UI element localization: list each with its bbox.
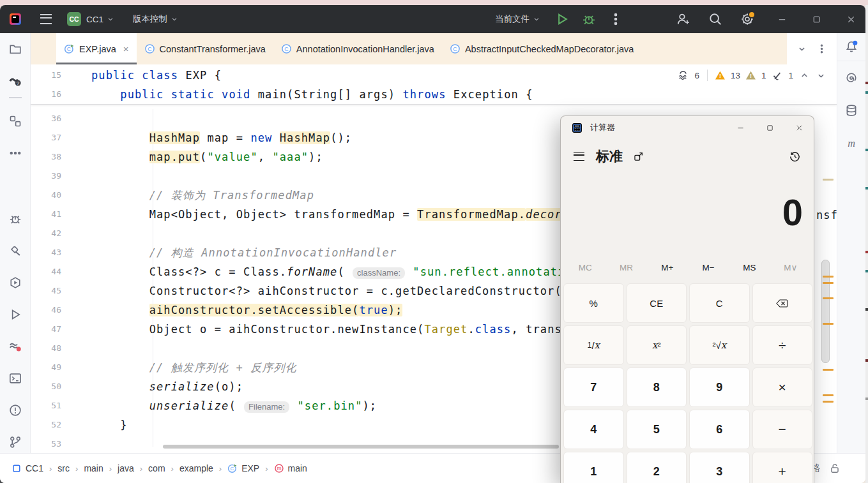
breadcrumb-separator: › bbox=[171, 464, 174, 473]
calc-key-5[interactable]: 5 bbox=[627, 410, 687, 449]
calc-key-1/x[interactable]: 1/x bbox=[563, 325, 624, 365]
menu-version-control[interactable]: 版本控制 bbox=[133, 13, 167, 25]
code-line[interactable]: 16 public static void main(String[] args… bbox=[31, 85, 837, 104]
sidebar-item-notifications[interactable] bbox=[8, 403, 23, 418]
chevron-down-icon[interactable] bbox=[170, 15, 179, 24]
svg-text:m: m bbox=[848, 138, 855, 149]
tab-EXP.java[interactable]: CEXP.java× bbox=[56, 33, 137, 64]
calc-key-%[interactable]: % bbox=[563, 283, 624, 323]
tab-options-kebab-icon[interactable] bbox=[816, 43, 827, 54]
sidebar-item-database[interactable] bbox=[844, 103, 859, 118]
window-maximize-button[interactable] bbox=[805, 10, 827, 29]
calc-key-1[interactable]: 1 bbox=[563, 452, 624, 483]
breadcrumb-item-java[interactable]: java bbox=[118, 463, 134, 473]
inspection-widget[interactable]: 6 13 1 1 bbox=[678, 70, 826, 81]
unlocked-padlock-icon[interactable] bbox=[829, 463, 841, 474]
tab-AbstractInputCheckedMapDecorator.java[interactable]: CAbstractInputCheckedMapDecorator.java bbox=[442, 33, 641, 64]
more-actions-icon[interactable] bbox=[609, 12, 623, 26]
sidebar-item-more[interactable] bbox=[8, 145, 23, 161]
tab-close-icon[interactable]: × bbox=[123, 44, 129, 54]
run-button[interactable] bbox=[555, 12, 569, 26]
breadcrumb-item-src[interactable]: src bbox=[57, 463, 70, 473]
breadcrumb-item-main[interactable]: main bbox=[84, 463, 103, 473]
calc-key-×[interactable]: × bbox=[752, 368, 813, 407]
memory-button-M−[interactable]: M− bbox=[688, 256, 729, 278]
chevron-down-icon[interactable] bbox=[106, 15, 115, 24]
sidebar-item-version-control[interactable] bbox=[8, 435, 23, 450]
keep-on-top-icon[interactable] bbox=[633, 151, 644, 162]
debug-button[interactable] bbox=[582, 12, 596, 26]
calc-close-button[interactable] bbox=[784, 116, 814, 139]
calc-minimize-button[interactable] bbox=[726, 116, 755, 139]
breadcrumb-item-EXP[interactable]: CEXP bbox=[227, 463, 259, 473]
calc-key-−[interactable]: − bbox=[752, 410, 813, 449]
calc-key-7[interactable]: 7 bbox=[563, 368, 624, 407]
sidebar-item-debug[interactable] bbox=[8, 211, 23, 227]
code-text: public class EXP { bbox=[61, 66, 222, 85]
sidebar-item-terminal[interactable] bbox=[8, 371, 23, 386]
breadcrumb-item-CC1[interactable]: CC1 bbox=[11, 463, 43, 473]
project-icon[interactable]: CC bbox=[67, 12, 81, 26]
calculator-titlebar[interactable]: 计算器 bbox=[561, 116, 814, 139]
hidden-tabs-chevron-icon[interactable] bbox=[796, 43, 807, 54]
main-menu-icon[interactable] bbox=[40, 14, 52, 24]
tab-ConstantTransformer.java[interactable]: CConstantTransformer.java bbox=[137, 33, 273, 64]
calc-key-2[interactable]: 2 bbox=[627, 452, 687, 483]
sidebar-item-project[interactable] bbox=[8, 41, 23, 57]
breadcrumb-item-example[interactable]: example bbox=[179, 463, 213, 473]
sidebar-item-ai-helper[interactable]: ? bbox=[8, 73, 23, 89]
calc-key-CE[interactable]: CE bbox=[627, 283, 687, 323]
window-close-button[interactable] bbox=[840, 10, 862, 29]
history-icon[interactable] bbox=[789, 151, 801, 163]
calc-key-C[interactable]: C bbox=[689, 283, 750, 323]
search-everywhere-icon[interactable] bbox=[708, 12, 722, 26]
calc-key-8[interactable]: 8 bbox=[627, 368, 687, 407]
next-problem-chevron-icon[interactable] bbox=[816, 70, 826, 81]
calc-key-+[interactable]: + bbox=[752, 452, 813, 483]
chevron-down-icon[interactable] bbox=[532, 15, 541, 24]
edge-mark bbox=[865, 308, 868, 311]
sidebar-item-structure[interactable] bbox=[8, 114, 23, 129]
settings-gear-icon[interactable] bbox=[740, 12, 754, 26]
edge-mark bbox=[865, 82, 868, 84]
sidebar-item-build[interactable] bbox=[8, 243, 23, 258]
memory-button-M∨: M∨ bbox=[770, 256, 811, 278]
calc-maximize-button[interactable] bbox=[755, 116, 784, 139]
tab-AnnotationInvocationHandler.java[interactable]: CAnnotationInvocationHandler.java bbox=[273, 33, 442, 64]
line-number: 45 bbox=[31, 281, 61, 301]
calc-key-backspace-icon[interactable] bbox=[752, 283, 813, 323]
window-minimize-button[interactable] bbox=[771, 10, 793, 29]
sidebar-item-run[interactable] bbox=[8, 307, 23, 322]
sidebar-item-problems[interactable] bbox=[8, 339, 23, 354]
breadcrumb-label: src bbox=[57, 463, 70, 473]
horizontal-scrollbar[interactable] bbox=[163, 445, 559, 449]
module-icon bbox=[11, 463, 22, 473]
sidebar-item-ai-assistant[interactable] bbox=[844, 70, 859, 85]
line-number: 37 bbox=[31, 128, 61, 147]
calc-key-²√x[interactable]: ²√x bbox=[689, 325, 750, 365]
sidebar-item-notifications[interactable] bbox=[844, 39, 859, 54]
sidebar-item-maven[interactable]: m bbox=[844, 135, 859, 151]
calc-key-x²[interactable]: x² bbox=[627, 325, 687, 365]
calc-key-6[interactable]: 6 bbox=[689, 410, 750, 449]
breadcrumb-item-com[interactable]: com bbox=[148, 463, 165, 473]
breadcrumb-item-main[interactable]: mmain bbox=[274, 463, 307, 473]
calc-key-3[interactable]: 3 bbox=[689, 452, 750, 483]
prev-problem-chevron-icon[interactable] bbox=[799, 70, 810, 81]
memory-button-MS[interactable]: MS bbox=[729, 256, 770, 278]
calc-key-4[interactable]: 4 bbox=[563, 410, 624, 449]
project-name[interactable]: CC1 bbox=[86, 15, 103, 24]
code-text: Constructor<?> aihConstructor = c.getDec… bbox=[61, 281, 569, 301]
memory-button-M+[interactable]: M+ bbox=[647, 256, 688, 278]
run-config-selector[interactable]: 当前文件 bbox=[495, 13, 529, 25]
breadcrumb-label: example bbox=[179, 463, 213, 473]
line-number: 39 bbox=[31, 167, 61, 186]
calc-key-÷[interactable]: ÷ bbox=[752, 325, 813, 365]
calc-menu-icon[interactable] bbox=[574, 152, 584, 161]
calculator-window[interactable]: 计算器 标准 0 MCMRM+M−MSM∨ %CEC1/xx²²√x÷789×4… bbox=[560, 115, 814, 483]
calc-key-9[interactable]: 9 bbox=[689, 368, 750, 407]
code-with-me-icon[interactable] bbox=[676, 12, 690, 26]
left-tool-stripe: ? bbox=[0, 33, 31, 453]
calculator-app-icon bbox=[572, 123, 582, 133]
sidebar-item-services[interactable] bbox=[8, 275, 23, 290]
